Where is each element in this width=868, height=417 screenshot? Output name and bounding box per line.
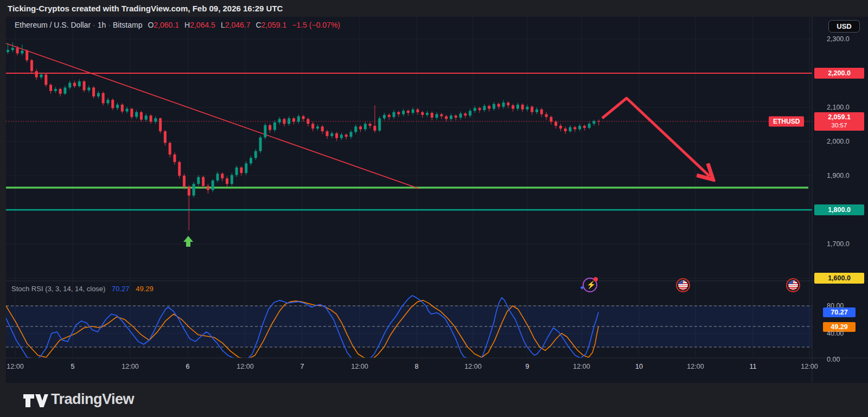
lightning-bolt-icon: ⚡ <box>586 280 596 289</box>
time-axis-label: 12:00 <box>464 363 481 370</box>
time-axis-label: 8 <box>415 363 419 370</box>
live-event-lightning-icon[interactable]: ⚡ ✦ <box>583 278 597 292</box>
us-flag-icon <box>788 280 798 290</box>
exchange-label[interactable]: Bitstamp <box>113 21 142 29</box>
symbol-legend: Ethereum / U.S. Dollar·1h·BitstampO2,060… <box>15 21 340 29</box>
time-axis-label: 10 <box>635 363 643 370</box>
ohlc-value: 2,060.1 <box>154 21 179 29</box>
price-level-badge: 2,200.0 <box>814 68 864 79</box>
stoch-axis-label: 0.00 <box>827 356 840 363</box>
time-axis-label: 12:00 <box>237 363 253 370</box>
current-price-badge: 2,059.130:57 <box>814 112 864 131</box>
tradingview-wordmark[interactable]: TradingView <box>51 391 134 408</box>
time-axis-label: 12:00 <box>687 363 704 370</box>
currency-toggle-button[interactable]: USD <box>828 20 860 33</box>
time-axis-label: 7 <box>301 363 304 370</box>
stoch-d-value: 49.29 <box>136 285 154 293</box>
stoch-axis-label: 40.00 <box>827 330 844 337</box>
us-flag-icon <box>678 280 688 290</box>
stoch-k-value: 70.27 <box>112 285 130 293</box>
notification-dot <box>593 277 598 281</box>
price-level-badge: 1,800.0 <box>814 204 864 215</box>
attribution-text: Ticking-Cryptos created with TradingView… <box>8 4 283 13</box>
tradingview-snapshot: Ticking-Cryptos created with TradingView… <box>0 0 868 417</box>
stoch-value-badge: 70.27 <box>823 307 856 317</box>
time-axis-label: 6 <box>186 363 190 370</box>
stoch-rsi-legend[interactable]: Stoch RSI (3, 3, 14, 14, close) 70.27 49… <box>11 285 154 293</box>
time-axis-label: 12:00 <box>801 363 818 370</box>
symbol-name-badge: ETHUSD <box>769 116 804 126</box>
interval-label[interactable]: 1h <box>98 21 106 29</box>
price-axis-label: 2,000.0 <box>827 138 850 145</box>
sparkle-icon: ✦ <box>579 284 585 292</box>
chart-widget[interactable]: Ethereum / U.S. Dollar·1h·BitstampO2,060… <box>6 17 868 383</box>
ohlc-key: O <box>148 21 154 29</box>
price-axis-label: 1,700.0 <box>827 240 850 248</box>
ohlc-values: O2,060.1H2,064.5L2,046.7C2,059.1 <box>142 21 286 29</box>
us-economic-event-icon[interactable] <box>786 278 800 292</box>
time-axis-label: 12:00 <box>573 363 590 370</box>
ohlc-key: C <box>256 21 261 29</box>
ohlc-value: 2,059.1 <box>261 21 287 29</box>
brand-bar: TradingView <box>0 383 868 417</box>
time-axis-label: 12:00 <box>122 363 138 370</box>
descending-trendline[interactable] <box>6 43 419 189</box>
price-axis-label: 2,300.0 <box>827 35 850 43</box>
tradingview-logo-icon[interactable] <box>23 394 49 408</box>
time-axis-label: 12:00 <box>7 363 23 370</box>
time-axis-label: 11 <box>750 363 757 370</box>
us-economic-event-icon[interactable] <box>676 278 690 292</box>
ohlc-key: L <box>221 21 225 29</box>
price-axis-label: 2,100.0 <box>827 104 850 111</box>
ohlc-value: 2,046.7 <box>225 21 251 29</box>
ohlc-key: H <box>184 21 190 29</box>
time-axis-label: 12:00 <box>351 363 368 370</box>
symbol-name[interactable]: Ethereum / U.S. Dollar <box>15 21 91 29</box>
price-level-badge: 1,600.0 <box>814 273 864 284</box>
stoch-rsi-title: Stoch RSI (3, 3, 14, 14, close) <box>11 285 105 293</box>
attribution-bar: Ticking-Cryptos created with TradingView… <box>0 0 868 17</box>
buy-arrow-stem <box>186 241 190 247</box>
ohlc-value: 2,064.5 <box>190 21 215 29</box>
bearish-projection-arrow[interactable] <box>602 98 710 176</box>
time-axis-label: 9 <box>526 363 529 370</box>
price-chart-canvas[interactable] <box>6 17 868 383</box>
price-axis-label: 1,900.0 <box>827 172 850 179</box>
time-axis-label: 5 <box>71 363 75 370</box>
candlestick-series[interactable] <box>7 42 600 230</box>
change-value: −1.5 (−0.07%) <box>292 21 340 29</box>
